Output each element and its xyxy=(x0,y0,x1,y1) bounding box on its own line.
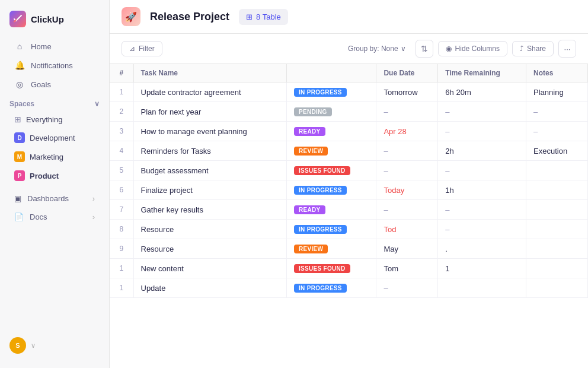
sidebar-item-development[interactable]: D Development xyxy=(5,129,104,147)
notes xyxy=(526,239,588,259)
filter-button[interactable]: ⊿ Filter xyxy=(122,41,162,56)
due-date: – xyxy=(376,161,438,180)
table-row[interactable]: 8ResourceIN PROGRESSTod– xyxy=(110,220,588,239)
task-name[interactable]: How to manage event planning xyxy=(133,122,287,141)
task-status: IN PROGRESS xyxy=(287,278,376,298)
due-date: May xyxy=(376,239,438,259)
task-table: # Task Name Due Date Time Remaining Note… xyxy=(110,64,588,368)
task-name[interactable]: Finalize project xyxy=(133,180,287,200)
notes: – xyxy=(526,102,588,122)
toolbar: ⊿ Filter Group by: None ∨ ⇅ ◉ Hide Colum… xyxy=(110,34,588,64)
share-button[interactable]: ⤴ Share xyxy=(512,41,554,56)
task-name[interactable]: Update xyxy=(133,278,287,298)
table-row[interactable]: 2Plan for next yearPENDING––– xyxy=(110,102,588,122)
row-number: 6 xyxy=(110,180,133,200)
row-number: 9 xyxy=(110,239,133,259)
status-badge: READY xyxy=(294,127,325,136)
user-avatar[interactable]: S xyxy=(9,337,26,354)
avatar-area: S ∨ xyxy=(0,330,109,361)
notes xyxy=(526,200,588,220)
sidebar-item-home[interactable]: ⌂ Home xyxy=(5,37,104,55)
task-status: PENDING xyxy=(287,102,376,122)
task-status: REVIEW xyxy=(287,141,376,161)
task-name[interactable]: Update contractor agreement xyxy=(133,83,287,102)
logo-text: ClickUp xyxy=(31,14,64,24)
due-date: – xyxy=(376,102,438,122)
status-badge: PENDING xyxy=(294,107,332,116)
time-remaining: – xyxy=(438,122,526,141)
row-number: 7 xyxy=(110,200,133,220)
time-remaining xyxy=(438,278,526,298)
development-badge: D xyxy=(14,132,25,143)
time-remaining: – xyxy=(438,102,526,122)
task-status: ISSUES FOUND xyxy=(287,259,376,278)
table-row[interactable]: 1New contentISSUES FOUNDTom1 xyxy=(110,259,588,278)
col-task-name[interactable]: Task Name xyxy=(133,64,287,83)
sort-button[interactable]: ⇅ xyxy=(416,40,433,58)
task-name[interactable]: Resource xyxy=(133,239,287,259)
project-title: Release Project xyxy=(150,11,229,23)
status-badge: IN PROGRESS xyxy=(294,284,347,293)
chevron-down-icon[interactable]: ∨ xyxy=(94,100,100,108)
row-number: 4 xyxy=(110,141,133,161)
group-by-dropdown[interactable]: Group by: None ∨ xyxy=(343,42,411,56)
col-number: # xyxy=(110,64,133,83)
chevron-right-icon: › xyxy=(92,194,95,203)
sidebar-item-goals[interactable]: ◎ Goals xyxy=(5,75,104,93)
sidebar-item-dashboards[interactable]: ▣ Dashboards › xyxy=(5,190,104,207)
table-row[interactable]: 6Finalize projectIN PROGRESSToday1h xyxy=(110,180,588,200)
row-number: 1 xyxy=(110,83,133,102)
sort-icon: ⇅ xyxy=(421,44,428,53)
time-remaining: 1 xyxy=(438,259,526,278)
status-badge: ISSUES FOUND xyxy=(294,166,350,175)
task-name[interactable]: New content xyxy=(133,259,287,278)
due-date: – xyxy=(376,141,438,161)
table-row[interactable]: 9ResourceREVIEWMay. xyxy=(110,239,588,259)
more-options-button[interactable]: ··· xyxy=(558,40,576,58)
sidebar-item-notifications[interactable]: 🔔 Notifications xyxy=(5,56,104,74)
table-row[interactable]: 1Update contractor agreementIN PROGRESST… xyxy=(110,83,588,102)
col-notes[interactable]: Notes xyxy=(526,64,588,83)
hide-columns-button[interactable]: ◉ Hide Columns xyxy=(438,41,507,56)
sidebar-item-product[interactable]: P Product xyxy=(5,167,104,185)
notes: Execution xyxy=(526,141,588,161)
status-badge: IN PROGRESS xyxy=(294,186,347,195)
due-date: Tomorrow xyxy=(376,83,438,102)
eye-icon: ◉ xyxy=(446,45,452,53)
task-name[interactable]: Gather key results xyxy=(133,200,287,220)
table-row[interactable]: 3How to manage event planningREADYApr 28… xyxy=(110,122,588,141)
notes: – xyxy=(526,122,588,141)
time-remaining: . xyxy=(438,239,526,259)
task-name[interactable]: Reminders for Tasks xyxy=(133,141,287,161)
table-row[interactable]: 7Gather key resultsREADY–– xyxy=(110,200,588,220)
time-remaining: – xyxy=(438,200,526,220)
row-number: 8 xyxy=(110,220,133,239)
product-badge: P xyxy=(14,170,25,181)
task-status: IN PROGRESS xyxy=(287,180,376,200)
sidebar-item-everything[interactable]: ⊞ Everything xyxy=(5,111,104,128)
task-name[interactable]: Budget assessment xyxy=(133,161,287,180)
status-badge: IN PROGRESS xyxy=(294,225,347,234)
task-status: READY xyxy=(287,200,376,220)
chevron-right-icon: › xyxy=(92,212,95,221)
row-number: 1 xyxy=(110,278,133,298)
bell-icon: 🔔 xyxy=(14,61,25,70)
sidebar-item-docs[interactable]: 📄 Docs › xyxy=(5,208,104,226)
task-name[interactable]: Plan for next year xyxy=(133,102,287,122)
marketing-badge: M xyxy=(14,151,25,162)
col-due-date[interactable]: Due Date xyxy=(376,64,438,83)
notes: Planning xyxy=(526,83,588,102)
status-badge: IN PROGRESS xyxy=(294,88,347,97)
logo-area: ClickUp xyxy=(0,7,109,37)
notes xyxy=(526,278,588,298)
task-status: READY xyxy=(287,122,376,141)
goals-icon: ◎ xyxy=(14,80,25,89)
task-name[interactable]: Resource xyxy=(133,220,287,239)
table-row[interactable]: 4Reminders for TasksREVIEW–2hExecution xyxy=(110,141,588,161)
due-date: Tod xyxy=(376,220,438,239)
table-view-tab[interactable]: ⊞ 8 Table xyxy=(239,9,288,25)
sidebar-item-marketing[interactable]: M Marketing xyxy=(5,148,104,166)
col-time-remaining[interactable]: Time Remaining xyxy=(438,64,526,83)
table-row[interactable]: 5Budget assessmentISSUES FOUND–– xyxy=(110,161,588,180)
table-row[interactable]: 1UpdateIN PROGRESS– xyxy=(110,278,588,298)
